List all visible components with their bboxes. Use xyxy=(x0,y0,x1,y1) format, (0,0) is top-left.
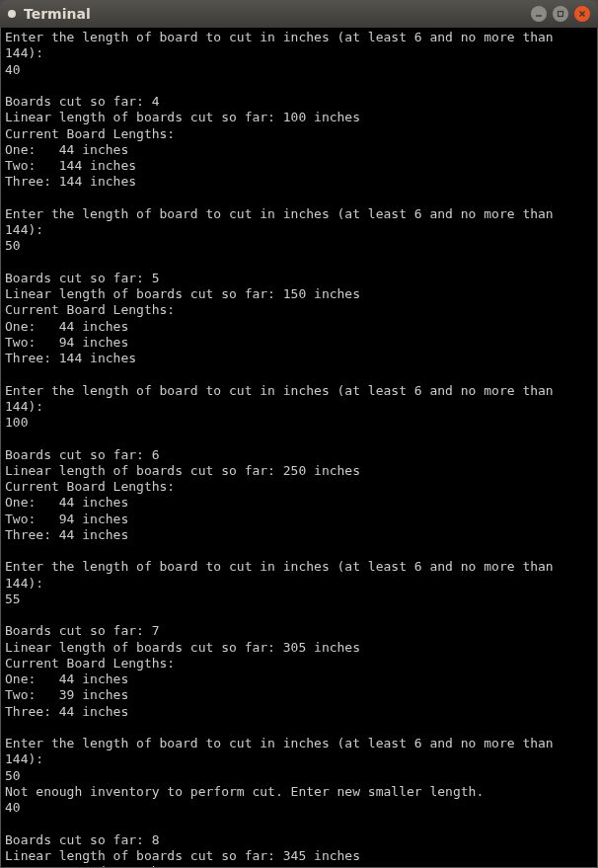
svg-rect-1 xyxy=(559,12,563,17)
terminal-window: Terminal Enter the length of board to cu… xyxy=(0,0,598,868)
close-button[interactable] xyxy=(574,6,590,22)
titlebar[interactable]: Terminal xyxy=(0,0,598,28)
maximize-button[interactable] xyxy=(553,6,568,22)
app-indicator-dot xyxy=(8,10,16,18)
terminal-output[interactable]: Enter the length of board to cut in inch… xyxy=(0,28,598,868)
window-controls xyxy=(531,6,590,22)
minimize-button[interactable] xyxy=(531,6,547,22)
window-title: Terminal xyxy=(24,6,531,22)
